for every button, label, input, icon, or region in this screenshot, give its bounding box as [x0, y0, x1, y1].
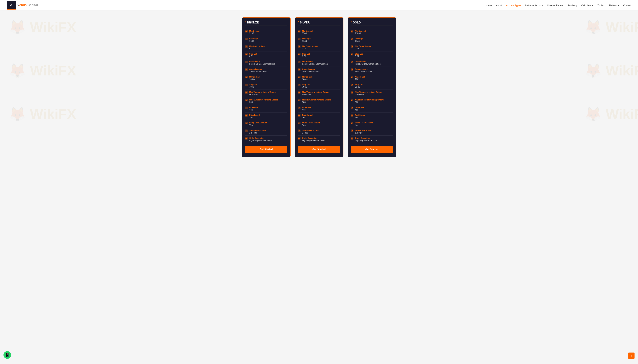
star-icon: * — [245, 21, 247, 24]
card-row: Spread starts from1.5 Pips — [351, 128, 393, 136]
nav-link-contact[interactable]: Contact — [623, 4, 631, 6]
row-label: IB Rebate — [302, 106, 311, 108]
check-icon — [245, 38, 248, 41]
check-icon — [245, 84, 248, 86]
logo-brand-prefix: V — [18, 3, 19, 7]
card-row: Min Deposit$500 — [298, 28, 340, 36]
row-label: Commissions — [249, 68, 267, 70]
row-content: CommissionsZero Commissions — [302, 68, 320, 73]
check-icon — [298, 53, 301, 56]
nav-link-academy[interactable]: Academy — [568, 4, 577, 6]
row-label: Step Lot — [355, 53, 363, 55]
get-started-button-bronze[interactable]: Get Started — [245, 146, 287, 153]
row-value: Yes — [355, 109, 364, 111]
row-label: IB Rebate — [249, 106, 258, 108]
row-value: Forex, CFD's, Commodities — [355, 63, 381, 65]
check-icon — [351, 130, 354, 132]
check-icon — [298, 99, 301, 102]
row-label: EA Allowed — [249, 114, 260, 116]
scroll-top-button[interactable]: ↑ — [628, 352, 634, 359]
check-icon — [351, 137, 354, 140]
check-icon — [351, 38, 354, 41]
row-label: Spread starts from — [355, 129, 372, 132]
card-row: IB RebateYes — [298, 105, 340, 113]
row-content: Margin Call100% — [302, 76, 312, 80]
nav-link-channel-partner[interactable]: Channel Partner — [547, 4, 564, 6]
row-label: Min Deposit — [302, 30, 313, 32]
row-value: 0.01 — [302, 48, 318, 50]
row-label: Min Deposit — [249, 30, 260, 32]
row-label: IB Rebate — [355, 106, 364, 108]
row-label: Leverage — [249, 38, 258, 40]
row-value: 300 — [355, 101, 384, 104]
row-content: InstrumentsForex, CFD's, Commodities — [249, 60, 275, 65]
card-row: InstrumentsForex, CFD's, Commodities — [245, 59, 287, 67]
row-content: Min Deposit$1000 — [355, 30, 366, 34]
row-content: Min Deposit$500 — [302, 30, 313, 34]
row-content: Swap Free AccountYes — [302, 122, 320, 126]
check-icon — [351, 53, 354, 56]
nav-link-platform[interactable]: Platform ▾ — [609, 4, 619, 6]
check-icon — [245, 61, 248, 64]
row-value: Yes — [302, 124, 320, 126]
row-value: 300 — [302, 101, 331, 104]
card-row: Max Volume in Lots of OrdersUnlimited — [245, 90, 287, 97]
row-value: 1:500 — [302, 40, 310, 42]
check-icon — [351, 61, 354, 64]
nav-link-account-types[interactable]: Account Types — [506, 4, 521, 6]
row-content: Max Number of Pending Orders300 — [302, 99, 331, 104]
nav-link-about[interactable]: About — [496, 4, 502, 6]
check-icon — [298, 61, 301, 64]
row-content: Step Lot0.01 — [355, 53, 363, 58]
card-row: Min Deposit$1000 — [351, 28, 393, 36]
row-content: EA AllowedYes — [249, 114, 260, 119]
row-content: Min Deposit$100 — [249, 30, 260, 34]
get-started-button-silver[interactable]: Get Started — [298, 146, 340, 153]
check-icon — [245, 137, 248, 140]
check-icon — [351, 76, 354, 79]
row-value: Zero Commissions — [249, 70, 267, 73]
card-row: Leverage1:500 — [245, 36, 287, 44]
row-label: Instruments — [355, 60, 381, 62]
row-label: Swap Free Account — [302, 122, 320, 124]
row-value: $1000 — [355, 32, 366, 34]
logo: A Venus Capital — [7, 1, 38, 10]
row-label: Min Order Volume — [302, 45, 318, 47]
check-icon — [351, 106, 354, 110]
main-content: 🦊 WikiFX 🦊 WikiFX 🦊 WikiFX 🦊 WikiFX 🦊 Wi… — [0, 10, 638, 164]
row-content: Min Order Volume0.01 — [249, 45, 266, 50]
row-value: 2.5 Pips — [249, 132, 266, 134]
card-row: Order ExecutionLightning Bolt Execution — [298, 136, 340, 143]
card-row: Max Volume in Lots of OrdersUnlimited — [298, 90, 340, 97]
row-value: $500 — [302, 32, 313, 34]
row-content: CommissionsZero Commissions — [355, 68, 372, 73]
row-value: 0.01 — [355, 48, 372, 50]
nav-link-instruments-list[interactable]: Instruments List ▾ — [525, 4, 543, 6]
card-silver: * SILVERMin Deposit$500Leverage1:500Min … — [295, 18, 344, 157]
row-content: Spread starts from1.5 Pips — [355, 129, 372, 134]
row-value: Zero Commissions — [302, 70, 320, 73]
row-value: Unlimited — [355, 93, 382, 96]
nav-link-home[interactable]: Home — [486, 4, 492, 6]
nav-link-tools[interactable]: Tools ▾ — [598, 4, 604, 6]
row-label: Spread starts from — [302, 129, 319, 132]
check-icon — [245, 30, 248, 33]
row-label: Spread starts from — [249, 129, 266, 132]
row-content: Stop Out70 % — [249, 84, 257, 88]
row-content: Stop Out70 % — [302, 84, 310, 88]
row-label: Commissions — [355, 68, 372, 70]
whatsapp-button[interactable]: 📱 — [4, 351, 11, 359]
check-icon — [298, 91, 301, 94]
card-row: Stop Out70 % — [245, 82, 287, 90]
nav-link-calculator[interactable]: Calculator ▾ — [581, 4, 593, 6]
get-started-button-gold[interactable]: Get Started — [351, 146, 393, 153]
check-icon — [298, 68, 301, 71]
check-icon — [245, 91, 248, 94]
row-value: 1.5 Pips — [355, 132, 372, 134]
whatsapp-icon: 📱 — [5, 353, 10, 357]
row-value: 0.01 — [355, 55, 363, 58]
card-row: EA AllowedYes — [245, 113, 287, 120]
card-row: Step Lot0.01 — [351, 52, 393, 59]
check-icon — [351, 30, 354, 33]
row-content: Step Lot0.01 — [249, 53, 257, 58]
